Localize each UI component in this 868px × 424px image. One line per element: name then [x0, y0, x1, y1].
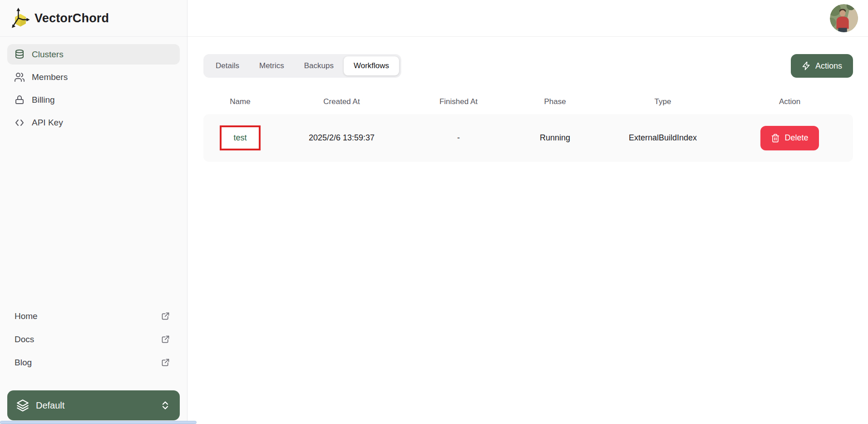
cluster-tabbar: Details Metrics Backups Workflows: [203, 54, 401, 78]
table-header: Name Created At Finished At Phase Type A…: [203, 89, 853, 114]
column-header-action: Action: [726, 97, 853, 106]
actions-button[interactable]: Actions: [791, 54, 853, 78]
sidebar-link-label: Home: [15, 311, 38, 321]
sidebar: VectorChord Clusters: [0, 0, 187, 424]
column-header-finished-at: Finished At: [406, 97, 511, 106]
external-link-icon: [161, 334, 170, 344]
workspace-label: Default: [36, 400, 64, 411]
sidebar-item-billing[interactable]: Billing: [7, 90, 180, 110]
tab-details[interactable]: Details: [206, 56, 249, 75]
sidebar-item-clusters[interactable]: Clusters: [7, 44, 180, 65]
delete-button-label: Delete: [784, 133, 808, 143]
cell-phase: Running: [511, 133, 599, 143]
sidebar-item-label: Members: [32, 72, 68, 82]
sidebar-item-label: API Key: [32, 118, 63, 128]
click-target-annotation: test: [220, 125, 260, 150]
tab-backups[interactable]: Backups: [294, 56, 344, 75]
sidebar-item-api-key[interactable]: API Key: [7, 112, 180, 133]
brand-name: VectorChord: [35, 11, 109, 25]
brand-header: VectorChord: [0, 0, 187, 37]
workflows-panel: Details Metrics Backups Workflows Action…: [187, 37, 868, 162]
column-header-created-at: Created At: [277, 97, 406, 106]
column-header-phase: Phase: [511, 97, 599, 106]
layers-icon: [16, 399, 29, 412]
code-icon: [14, 117, 25, 128]
horizontal-scrollbar-thumb[interactable]: [0, 421, 197, 424]
sidebar-item-label: Billing: [32, 95, 55, 105]
cell-finished-at: -: [406, 133, 511, 143]
lock-icon: [14, 95, 25, 105]
sidebar-external-links: Home Docs: [0, 304, 187, 374]
sidebar-link-blog[interactable]: Blog: [0, 351, 187, 374]
column-header-type: Type: [599, 97, 726, 106]
cell-action: Delete: [726, 126, 853, 150]
tab-metrics[interactable]: Metrics: [249, 56, 294, 75]
sidebar-nav: Clusters Members: [0, 37, 187, 140]
sidebar-item-label: Clusters: [32, 50, 64, 60]
external-link-icon: [161, 311, 170, 321]
workspace-selector[interactable]: Default: [7, 390, 180, 420]
top-bar: [187, 0, 868, 37]
cell-created-at: 2025/2/6 13:59:37: [277, 133, 406, 143]
vectorchord-logo-icon: [10, 6, 31, 30]
delete-button[interactable]: Delete: [760, 126, 819, 150]
table-row: test 2025/2/6 13:59:37 - Running Externa…: [203, 114, 853, 162]
lightning-icon: [802, 61, 811, 70]
tab-workflows[interactable]: Workflows: [344, 56, 399, 75]
sidebar-link-docs[interactable]: Docs: [0, 328, 187, 351]
database-icon: [14, 49, 25, 60]
sidebar-link-label: Blog: [15, 358, 32, 368]
sidebar-item-members[interactable]: Members: [7, 67, 180, 87]
users-icon: [14, 72, 25, 83]
actions-button-label: Actions: [815, 61, 842, 71]
external-link-icon: [161, 358, 170, 367]
cell-type: ExternalBuildIndex: [599, 133, 726, 143]
sidebar-link-label: Docs: [15, 334, 34, 344]
column-header-name: Name: [203, 97, 277, 106]
trash-icon: [771, 134, 780, 143]
workflow-name-link[interactable]: test: [233, 133, 247, 142]
chevron-up-down-icon: [160, 400, 171, 411]
sidebar-link-home[interactable]: Home: [0, 304, 187, 328]
toolbar: Details Metrics Backups Workflows Action…: [203, 54, 853, 78]
cell-name: test: [203, 125, 277, 150]
user-avatar[interactable]: [830, 4, 858, 32]
main-area: Details Metrics Backups Workflows Action…: [187, 0, 868, 424]
app-window: VectorChord Clusters: [0, 0, 868, 424]
